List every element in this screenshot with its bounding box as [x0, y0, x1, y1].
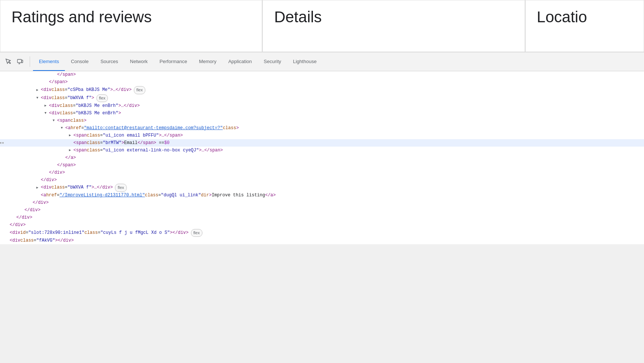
triangle-toggle[interactable]: [69, 133, 73, 138]
html-line: </span>: [0, 79, 644, 86]
html-line: </a>: [0, 154, 644, 161]
html-line: <div class="cSPba bKBJS Me">…</div> flex: [0, 86, 644, 94]
tab-security[interactable]: Security: [258, 52, 287, 71]
panel-details-title: Details: [274, 8, 321, 26]
html-line: </span>: [0, 161, 644, 169]
panel-details: Details: [262, 0, 525, 52]
tab-memory[interactable]: Memory: [193, 52, 222, 71]
html-line: <div class="bKBJS Me enBrh">: [0, 109, 644, 117]
highlight-marker: [0, 142, 4, 144]
panel-ratings-title: Ratings and reviews: [11, 8, 152, 26]
tab-network[interactable]: Network: [124, 52, 154, 71]
browser-content-area: Ratings and reviews Details Locatio: [0, 0, 644, 52]
devtools-html-panel: </span> </span> <div class="cSPba bKBJS …: [0, 71, 644, 244]
tab-application[interactable]: Application: [222, 52, 258, 71]
tab-performance[interactable]: Performance: [153, 52, 193, 71]
html-line: </div>: [0, 214, 644, 222]
html-line: <div class="bKBJS Me enBrh">…</div>: [0, 102, 644, 109]
triangle-toggle[interactable]: [36, 88, 41, 93]
html-line: <span class="ui_icon external-link-no-bo…: [0, 147, 644, 154]
html-line: </div>: [0, 176, 644, 184]
html-line: <a href="/ImproveListing-d21311770.html"…: [0, 192, 644, 199]
device-icon: [17, 58, 23, 65]
html-line: <div id="slot:728x90:inline1" class="cuy…: [0, 229, 644, 237]
html-line-highlighted: <span class="brMTW">Email</span> == $0: [0, 139, 644, 147]
html-line: <div class="bWXVA f"> flex: [0, 94, 644, 102]
panel-ratings: Ratings and reviews: [0, 0, 262, 52]
html-line: <a href="mailto:contact@restaurant-temps…: [0, 124, 644, 132]
flex-badge: flex: [134, 86, 145, 94]
html-line: </div>: [0, 199, 644, 207]
devtools-toolbar: Elements Console Sources Network Perform…: [0, 52, 644, 71]
flex-badge: flex: [96, 94, 108, 102]
triangle-toggle[interactable]: [44, 111, 49, 116]
device-toolbar-button[interactable]: [15, 56, 25, 67]
html-line: <div class="fAkVG"></div>: [0, 237, 644, 244]
tab-console[interactable]: Console: [65, 52, 95, 71]
svg-rect-0: [17, 59, 22, 63]
line-gutter: [0, 142, 3, 144]
cursor-icon: [5, 58, 11, 65]
inspect-element-button[interactable]: [3, 56, 13, 67]
toolbar-icons: [3, 56, 30, 67]
html-line: <span class>: [0, 117, 644, 124]
panel-location: Locatio: [525, 0, 644, 52]
triangle-toggle[interactable]: [36, 95, 41, 101]
html-line: <div class="bWXVA f">…</div> flex: [0, 184, 644, 192]
html-line: </div>: [0, 222, 644, 229]
triangle-toggle[interactable]: [53, 118, 57, 123]
html-line: </span>: [0, 71, 644, 79]
svg-rect-1: [22, 60, 23, 63]
triangle-toggle[interactable]: [69, 148, 73, 153]
tab-elements[interactable]: Elements: [33, 52, 65, 71]
devtools-tabs: Elements Console Sources Network Perform…: [33, 52, 323, 71]
flex-badge: flex: [191, 229, 202, 237]
triangle-toggle[interactable]: [61, 125, 65, 131]
html-line: <span class="ui_icon email bPFFU">…</spa…: [0, 132, 644, 139]
tab-sources[interactable]: Sources: [95, 52, 124, 71]
html-line: </div>: [0, 169, 644, 176]
flex-badge: flex: [115, 184, 126, 192]
panel-location-title: Locatio: [537, 8, 587, 26]
tab-lighthouse[interactable]: Lighthouse: [287, 52, 323, 71]
triangle-toggle[interactable]: [36, 185, 41, 190]
html-line: </div>: [0, 207, 644, 214]
triangle-toggle[interactable]: [44, 103, 49, 108]
